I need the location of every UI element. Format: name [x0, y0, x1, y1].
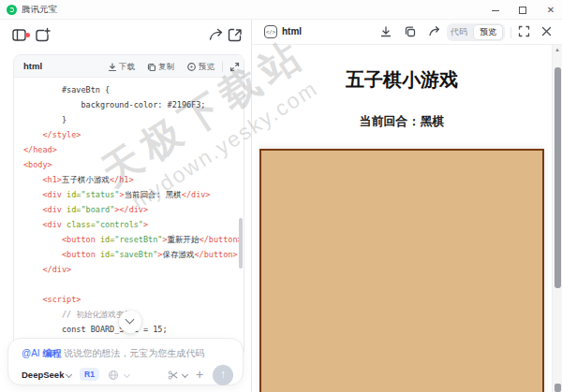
- code-line: </head>: [23, 142, 244, 157]
- artifact-header: </> html 代码 预览: [252, 20, 562, 45]
- share-icon: [428, 25, 441, 38]
- model-selector[interactable]: DeepSeek: [22, 370, 64, 380]
- app-logo-icon: [7, 5, 17, 15]
- share-chat-button[interactable]: [208, 27, 225, 44]
- code-line: [23, 277, 244, 292]
- eye-icon: [186, 62, 197, 72]
- tab-code[interactable]: 代码: [451, 26, 467, 38]
- expand-icon: [229, 62, 240, 72]
- artifact-copy-button[interactable]: [404, 25, 417, 38]
- fullscreen-icon: [518, 25, 530, 37]
- scroll-to-bottom-button[interactable]: [119, 311, 141, 333]
- scrollbar-up-arrow[interactable]: ▲: [555, 47, 560, 52]
- ai-mention-mode[interactable]: 编程: [42, 348, 61, 358]
- code-language-label: html: [23, 61, 42, 71]
- chevron-down-icon: [124, 371, 130, 378]
- download-icon: [379, 25, 392, 38]
- tools-button[interactable]: [168, 370, 179, 381]
- composer-placeholder: 说说您的想法，元宝为您生成代码: [64, 348, 204, 358]
- code-line: <body>: [23, 157, 244, 172]
- gomoku-board[interactable]: [259, 149, 544, 392]
- code-line: <h1>五子棋小游戏</h1>: [23, 172, 244, 187]
- html-file-icon: </>: [264, 25, 277, 38]
- code-line: <button id="resetBtn">重新开始</button>: [23, 232, 244, 247]
- window-minimize-button[interactable]: [488, 3, 503, 17]
- composer-toolbar: DeepSeek R1 + ↑: [22, 368, 231, 383]
- close-icon: [540, 25, 553, 37]
- code-download-button[interactable]: 下载: [108, 61, 135, 73]
- chevron-down-icon: [126, 315, 135, 325]
- html-preview: 五子棋小游戏 当前回合：黑棋: [252, 45, 552, 392]
- game-title: 五子棋小游戏: [252, 67, 552, 93]
- code-expand-button[interactable]: [229, 61, 240, 73]
- download-icon: [108, 63, 117, 72]
- composer-input[interactable]: @AI 编程 说说您的想法，元宝为您生成代码: [22, 347, 204, 360]
- preview-scrollbar-thumb[interactable]: [555, 67, 561, 288]
- code-editor[interactable]: #saveBtn { background-color: #2196F3; } …: [14, 78, 244, 337]
- game-status-text: 当前回合：黑棋: [252, 113, 552, 130]
- copy-icon: [147, 63, 156, 72]
- code-card-header: html 下载 复制 预览: [14, 55, 244, 78]
- code-scrollbar-thumb[interactable]: [239, 218, 243, 269]
- chevron-down-icon: [182, 371, 188, 378]
- code-line: <div id="status">当前回合: 黑棋</div>: [23, 187, 244, 202]
- artifact-download-button[interactable]: [379, 25, 392, 38]
- model-version-badge[interactable]: R1: [80, 368, 99, 381]
- code-copy-button[interactable]: 复制: [147, 61, 174, 73]
- code-line: }: [23, 112, 244, 127]
- chevron-down-icon: [66, 371, 72, 378]
- web-search-toggle[interactable]: [108, 370, 119, 381]
- code-line: </div>: [23, 262, 244, 277]
- window-close-button[interactable]: ✕: [543, 3, 558, 17]
- scrollbar-down-arrow[interactable]: [555, 384, 561, 392]
- copy-icon: [404, 25, 417, 38]
- code-line: #saveBtn {: [23, 82, 244, 97]
- code-line: background-color: #2196F3;: [23, 97, 244, 112]
- window-titlebar: 腾讯元宝 ✕: [0, 0, 562, 20]
- notification-dot: [25, 33, 30, 37]
- artifact-panel: </> html 代码 预览: [252, 20, 562, 392]
- code-line: <script>: [23, 292, 244, 307]
- sidebar-toggle-button[interactable]: [11, 27, 28, 44]
- code-line: </style>: [23, 127, 244, 142]
- code-line: <div id="board"></div>: [23, 202, 244, 217]
- send-button[interactable]: ↑: [213, 365, 233, 385]
- preview-scrollbar[interactable]: ▲: [552, 45, 562, 392]
- globe-icon: [108, 370, 119, 381]
- code-line: <button id="saveBtn">保存游戏</button>: [23, 247, 244, 262]
- scissors-icon: [168, 370, 179, 381]
- export-chat-button[interactable]: [227, 27, 244, 44]
- message-composer[interactable]: @AI 编程 说说您的想法，元宝为您生成代码 DeepSeek R1: [7, 338, 244, 385]
- new-chat-button[interactable]: [35, 27, 52, 44]
- code-preview-button[interactable]: 预览: [186, 61, 214, 73]
- code-preview-toggle: 代码 预览: [447, 23, 505, 41]
- attach-button[interactable]: +: [196, 367, 203, 382]
- window-maximize-button[interactable]: [515, 3, 530, 17]
- artifact-filename: html: [282, 26, 302, 36]
- ai-mention-tag[interactable]: @AI: [22, 348, 40, 358]
- code-line: <div class="controls">: [23, 217, 244, 232]
- app-title: 腾讯元宝: [22, 4, 57, 16]
- divider: [222, 62, 223, 72]
- close-artifact-button[interactable]: [540, 25, 554, 38]
- artifact-share-button[interactable]: [428, 25, 441, 38]
- divider: [510, 27, 511, 38]
- tab-preview[interactable]: 预览: [473, 24, 503, 40]
- chat-panel: html 下载 复制 预览: [0, 20, 251, 392]
- fullscreen-button[interactable]: [518, 25, 531, 38]
- code-card: html 下载 复制 预览: [13, 54, 244, 357]
